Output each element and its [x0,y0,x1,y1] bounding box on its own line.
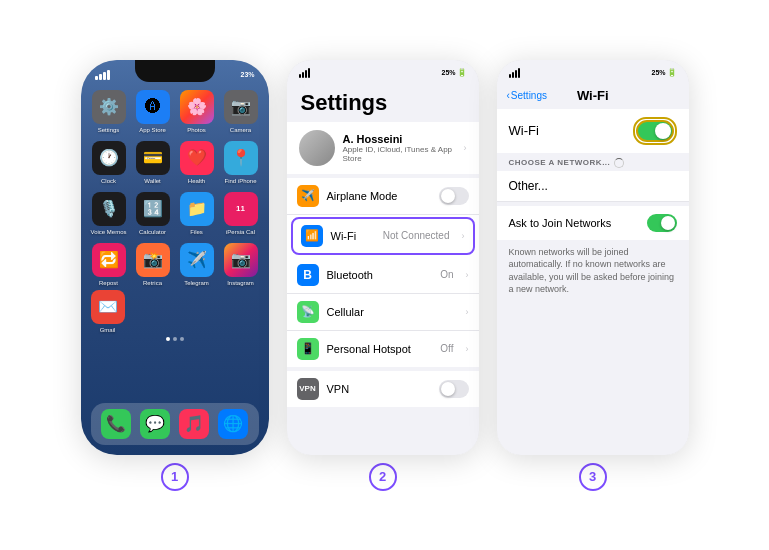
scene: 23% ⚙️ Settings 🅐 App Store 🌸 Photos [0,0,769,550]
back-button[interactable]: ‹ Settings [507,90,547,101]
ask-join-toggle[interactable] [647,214,677,232]
vpn-label: VPN [327,383,431,395]
app-photos[interactable]: 🌸 Photos [179,90,215,133]
telegram-icon: ✈️ [180,243,214,277]
row-vpn[interactable]: VPN VPN [287,371,479,407]
wifi-row-inner: 📶 Wi-Fi Not Connected › [293,219,473,253]
signal-area-3 [509,68,520,78]
instagram-label: Instagram [227,280,254,286]
step-3: 3 [579,463,607,491]
photos-label: Photos [187,127,206,133]
app-instagram[interactable]: 📷 Instagram [223,243,259,286]
profile-row[interactable]: A. Hosseini Apple ID, iCloud, iTunes & A… [287,122,479,174]
app-clock[interactable]: 🕐 Clock [91,141,127,184]
health-icon: ❤️ [180,141,214,175]
wifi-toggle[interactable] [636,120,674,142]
wifi-row-value: Not Connected [383,230,450,241]
vpn-icon: VPN [297,378,319,400]
bar3 [103,72,106,80]
phone2: 25% 🔋 Settings A. Hosseini Apple ID, iCl… [287,60,479,455]
app-calculator[interactable]: 🔢 Calculator [135,192,171,235]
dock-music[interactable]: 🎵 [179,409,209,439]
bar2 [99,74,102,80]
choose-network-header: CHOOSE A NETWORK... [497,154,689,171]
row-airplane[interactable]: ✈️ Airplane Mode [287,178,479,215]
gmail-label: Gmail [100,327,116,333]
settings-icon: ⚙️ [92,90,126,124]
battery-status: 23% [240,71,254,78]
signal-area [95,70,110,80]
profile-name: A. Hosseini [343,133,456,145]
dock-phone[interactable]: 📞 [101,409,131,439]
wifi-page-title: Wi-Fi [551,88,635,103]
app-telegram[interactable]: ✈️ Telegram [179,243,215,286]
wallet-label: Wallet [144,178,160,184]
wifi-highlighted-row[interactable]: 📶 Wi-Fi Not Connected › [291,217,475,255]
repost-icon: 🔁 [92,243,126,277]
hotspot-icon: 📱 [297,338,319,360]
dock-messages[interactable]: 💬 [140,409,170,439]
app-voicememos[interactable]: 🎙️ Voice Memos [91,192,127,235]
calculator-icon: 🔢 [136,192,170,226]
ask-join-label: Ask to Join Networks [509,217,647,229]
repost-label: Repost [99,280,118,286]
battery-3: 25% 🔋 [651,68,676,77]
airplane-icon: ✈️ [297,185,319,207]
appstore-icon: 🅐 [136,90,170,124]
profile-sub: Apple ID, iCloud, iTunes & App Store [343,145,456,163]
airplane-toggle[interactable] [439,187,469,205]
app-ipersiacal[interactable]: 11 iPersia Cal [223,192,259,235]
bar-t1 [509,74,511,78]
hotspot-value: Off [440,343,453,354]
wifi-toggle-row: Wi-Fi [497,109,689,153]
app-files[interactable]: 📁 Files [179,192,215,235]
gmail-row: ✉️ Gmail [81,286,269,333]
calculator-label: Calculator [139,229,166,235]
status-bar-3: 25% 🔋 [497,60,689,82]
retrica-label: Retrica [143,280,162,286]
health-label: Health [188,178,205,184]
wifi-header: ‹ Settings Wi-Fi [497,82,689,109]
bluetooth-icon: B [297,264,319,286]
messages-icon: 💬 [140,409,170,439]
clock-label: Clock [101,178,116,184]
voicememos-icon: 🎙️ [92,192,126,226]
row-hotspot[interactable]: 📱 Personal Hotspot Off › [287,331,479,367]
profile-chevron: › [464,143,467,153]
wifi-row-label: Wi-Fi [331,230,375,242]
dock-safari[interactable]: 🌐 [218,409,248,439]
dot-2 [173,337,177,341]
row-bluetooth[interactable]: B Bluetooth On › [287,257,479,294]
cellular-icon: 📡 [297,301,319,323]
app-appstore[interactable]: 🅐 App Store [135,90,171,133]
vpn-toggle[interactable] [439,380,469,398]
cellular-chevron: › [466,307,469,317]
app-retrica[interactable]: 📸 Retrica [135,243,171,286]
dot-3 [180,337,184,341]
bluetooth-chevron: › [466,270,469,280]
row-cellular[interactable]: 📡 Cellular › [287,294,479,331]
profile-info: A. Hosseini Apple ID, iCloud, iTunes & A… [343,133,456,163]
app-camera[interactable]: 📷 Camera [223,90,259,133]
other-row[interactable]: Other... [497,171,689,202]
app-wallet[interactable]: 💳 Wallet [135,141,171,184]
app-settings[interactable]: ⚙️ Settings [91,90,127,133]
wifi-toggle-wrapper[interactable] [633,117,677,145]
settings-section-vpn: VPN VPN [287,371,479,407]
bar-s4 [308,68,310,78]
photos-icon: 🌸 [180,90,214,124]
battery-text-2: 25% [441,69,455,76]
settings-section-1: ✈️ Airplane Mode 📶 Wi-Fi Not Connected › [287,178,479,367]
clock-icon: 🕐 [92,141,126,175]
safari-icon: 🌐 [218,409,248,439]
app-health[interactable]: ❤️ Health [179,141,215,184]
phone3-column: 25% 🔋 ‹ Settings Wi-Fi Wi-Fi [497,60,689,491]
bar4 [107,70,110,80]
hotspot-label: Personal Hotspot [327,343,433,355]
phone3: 25% 🔋 ‹ Settings Wi-Fi Wi-Fi [497,60,689,455]
app-gmail[interactable]: ✉️ Gmail [91,290,125,333]
notch [135,60,215,82]
app-findiphone[interactable]: 📍 Find iPhone [223,141,259,184]
bar-s2 [302,72,304,78]
app-repost[interactable]: 🔁 Repost [91,243,127,286]
